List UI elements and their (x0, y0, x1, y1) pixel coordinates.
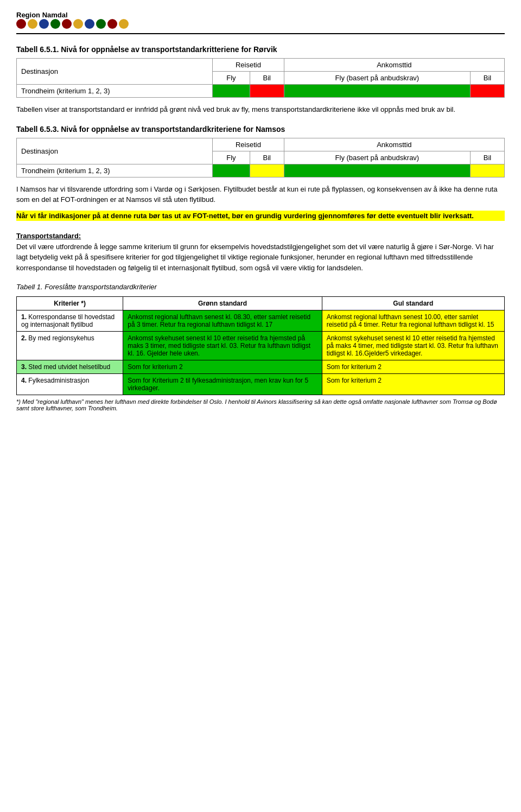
section-namsos: Tabell 6.5.3. Nivå for oppnåelse av tran… (16, 125, 505, 221)
criteria-num2: 2. (21, 334, 27, 342)
criteria-footnote: *) Med "regional lufthavn" menes her luf… (16, 398, 505, 411)
criteria-row-4: 4. Fylkesadministrasjon Som for Kriteriu… (17, 374, 505, 395)
coat-icon-6 (73, 19, 83, 29)
col-destinasjon: Destinasjon (17, 59, 213, 85)
section2-text1: I Namsos har vi tilsvarende utfordring s… (16, 184, 505, 205)
coat-icon-1 (16, 19, 26, 29)
col-fly-basert: Fly (basert på anbudskrav) (284, 72, 470, 85)
namsos-table: Destinasjon Reisetid Ankomsttid Fly Bil … (16, 138, 505, 177)
section3-text: Det vil være utfordrende å legge samme k… (16, 243, 494, 272)
col-bil4: Bil (471, 151, 505, 164)
destination-cell: Trondheim (kriterium 1, 2, 3) (17, 85, 213, 98)
org-name: Region Namdal (16, 11, 123, 19)
criteria-row-3: 3. Sted med utvidet helsetilbud Som for … (17, 360, 505, 374)
coat-icon-5 (62, 19, 72, 29)
bil-reisetid2-cell (250, 164, 284, 177)
criteria-row1-yellow: Ankomst regional lufthavn senest 10.00, … (322, 310, 504, 332)
coat-icon-4 (50, 19, 60, 29)
col-ankomsttid: Ankomsttid (284, 59, 504, 72)
coat-icon-8 (96, 19, 106, 29)
col-dest2: Destinasjon (17, 138, 213, 164)
col-bil1: Bil (250, 72, 284, 85)
criteria-row3-green: Som for kriterium 2 (123, 360, 322, 374)
criteria-row2-yellow: Ankomst sykehuset senest kl 10 etter rei… (322, 332, 504, 360)
bil-ankomst2-cell (471, 164, 505, 177)
col-bil3: Bil (250, 151, 284, 164)
criteria-text4: Fylkesadministrasjon (28, 377, 89, 384)
criteria-text2: By med regionsykehus (28, 334, 94, 342)
section-transport-standard: Transportstandard: Det vil være utfordre… (16, 231, 505, 273)
criteria-num3: 3. (21, 363, 27, 371)
fly-ankomst-cell (284, 85, 470, 98)
criteria-row-2: 2. By med regionsykehus Ankomst sykehuse… (17, 332, 505, 360)
coat-icon-3 (39, 19, 49, 29)
section-rorvik: Tabell 6.5.1. Nivå for oppnåelse av tran… (16, 45, 505, 115)
criteria-row4-yellow: Som for kriterium 2 (322, 374, 504, 395)
criteria-caption: Tabell 1. Foreslåtte transportstandardkr… (16, 283, 505, 291)
table-row: Trondheim (kriterium 1, 2, 3) (17, 85, 505, 98)
criteria-col2-header: Grønn standard (123, 297, 322, 310)
criteria-col1-header: Kriterier *) (17, 297, 123, 310)
criteria-num1: 1. (21, 313, 27, 321)
table-row: Trondheim (kriterium 1, 2, 3) (17, 164, 505, 177)
col-fly2: Fly (213, 151, 250, 164)
coat-icon-2 (28, 19, 37, 29)
col-reisetid: Reisetid (213, 59, 284, 72)
bil-ankomst-cell (471, 85, 505, 98)
criteria-row4-green: Som for Kriterium 2 til fylkesadministra… (123, 374, 322, 395)
criteria-row3-label: 3. Sted med utvidet helsetilbud (17, 360, 123, 374)
criteria-row2-label: 2. By med regionsykehus (17, 332, 123, 360)
section3-body: Transportstandard: Det vil være utfordre… (16, 231, 505, 273)
section3-title-inline: Transportstandard: (16, 232, 81, 240)
fly-ankomst2-cell (284, 164, 470, 177)
page-header: Region Namdal (16, 11, 505, 34)
col-bil2: Bil (471, 72, 505, 85)
coat-icon-9 (107, 19, 117, 29)
section-criteria: Tabell 1. Foreslåtte transportstandardkr… (16, 283, 505, 411)
criteria-text3: Sted med utvidet helsetilbud (28, 363, 110, 371)
criteria-row1-green: Ankomst regional lufthavn senest kl. 08.… (123, 310, 322, 332)
col-fly-basert2: Fly (basert på anbudskrav) (284, 151, 470, 164)
criteria-text1: Korrespondanse til hovedstad og internas… (21, 313, 115, 328)
section2-title: Tabell 6.5.3. Nivå for oppnåelse av tran… (16, 125, 505, 134)
criteria-row1-label: 1. Korrespondanse til hovedstad og inter… (17, 310, 123, 332)
rorvik-table: Destinasjon Reisetid Ankomsttid Fly Bil … (16, 58, 505, 98)
criteria-row2-green: Ankomst sykehuset senest kl 10 etter rei… (123, 332, 322, 360)
fly-reisetid2-cell (213, 164, 250, 177)
fly-reisetid-cell (213, 85, 250, 98)
destination2-cell: Trondheim (kriterium 1, 2, 3) (17, 164, 213, 177)
criteria-row3-yellow: Som for kriterium 2 (322, 360, 504, 374)
col-ankomst2: Ankomsttid (284, 138, 504, 151)
col-fly1: Fly (213, 72, 250, 85)
criteria-num4: 4. (21, 377, 27, 384)
section1-title: Tabell 6.5.1. Nivå for oppnåelse av tran… (16, 45, 505, 54)
criteria-row4-label: 4. Fylkesadministrasjon (17, 374, 123, 395)
coat-icon-7 (85, 19, 94, 29)
criteria-col3-header: Gul standard (322, 297, 504, 310)
criteria-row-1: 1. Korrespondanse til hovedstad og inter… (17, 310, 505, 332)
header-icons (16, 19, 129, 29)
col-reisetid2: Reisetid (213, 138, 284, 151)
criteria-table: Kriterier *) Grønn standard Gul standard… (16, 296, 505, 395)
bil-reisetid-cell (250, 85, 284, 98)
section2-highlight: Når vi får indikasjoner på at denne ruta… (16, 211, 505, 221)
coat-icon-10 (119, 19, 129, 29)
section1-body: Tabellen viser at transportstandard er i… (16, 104, 505, 115)
